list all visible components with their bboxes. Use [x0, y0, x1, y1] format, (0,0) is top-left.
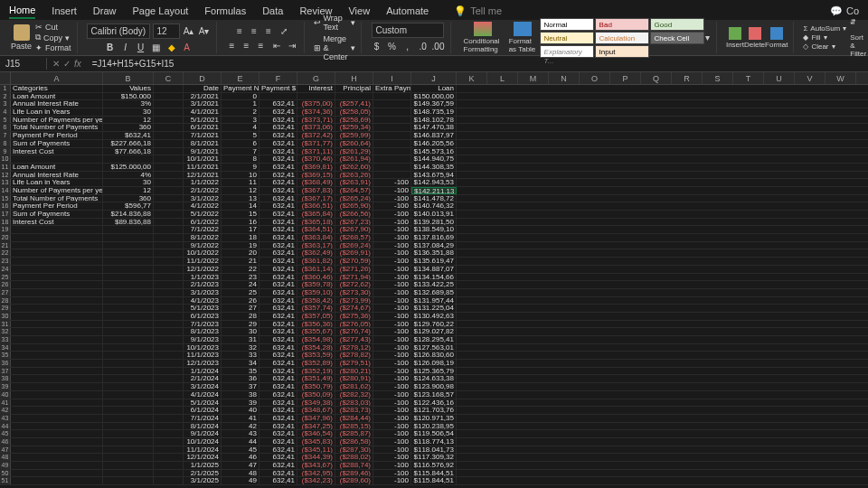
cell[interactable]: 3/1/2023	[184, 289, 222, 296]
cell[interactable]: 12/1/2022	[184, 266, 222, 273]
cell[interactable]: 9/1/2022	[184, 242, 222, 249]
cell[interactable]: 7/1/2023	[184, 321, 222, 328]
cell[interactable]: 0	[222, 93, 259, 100]
cell[interactable]: ($274,67)	[335, 305, 373, 312]
cell[interactable]: ($342,23)	[297, 477, 335, 484]
formula-input[interactable]: =J14+H15+G15+I15	[87, 58, 180, 70]
cell[interactable]: 632,41	[259, 336, 297, 343]
cell[interactable]: $150.000,00	[411, 93, 457, 100]
cell[interactable]	[154, 85, 184, 92]
cell[interactable]: -100	[373, 438, 411, 446]
cell[interactable]: 30	[103, 108, 154, 116]
cell[interactable]: ($364,51)	[297, 226, 335, 233]
align-left-icon[interactable]: ≡	[226, 40, 239, 52]
cell[interactable]	[154, 249, 184, 257]
cell[interactable]: ($267,23)	[335, 219, 373, 226]
cell[interactable]: 23	[222, 274, 259, 281]
cell[interactable]: ($281,62)	[335, 383, 373, 390]
cell[interactable]: ($261,94)	[335, 155, 373, 163]
cell[interactable]: -100	[373, 297, 411, 305]
cell[interactable]: -100	[373, 266, 411, 273]
cell[interactable]	[103, 297, 154, 305]
cell[interactable]	[154, 328, 184, 335]
cell[interactable]: 4/1/2023	[184, 297, 222, 305]
cell[interactable]: -100	[373, 344, 411, 352]
cell[interactable]: ($286,58)	[335, 438, 373, 446]
cell[interactable]: ($347,96)	[297, 415, 335, 422]
cell[interactable]: ($263,91)	[335, 179, 373, 186]
cell[interactable]: Loan	[411, 85, 457, 92]
cell[interactable]: 632,41	[259, 446, 297, 454]
cell[interactable]: ($374,36)	[297, 108, 335, 116]
cell[interactable]: 632,41	[259, 383, 297, 390]
row-header[interactable]: 6	[0, 124, 11, 131]
cell[interactable]: $149.367,59	[411, 100, 457, 108]
cell[interactable]: Payment Per Period	[11, 132, 103, 139]
row-header[interactable]: 23	[0, 258, 11, 265]
cell[interactable]	[11, 352, 103, 359]
cell[interactable]: 6/1/2021	[184, 124, 222, 131]
cell[interactable]: -100	[373, 399, 411, 407]
cell[interactable]	[154, 321, 184, 328]
cell[interactable]: $131.957,44	[411, 297, 457, 305]
cell[interactable]: -100	[373, 423, 411, 430]
cell[interactable]: ($359,10)	[297, 289, 335, 296]
cell[interactable]: 19	[222, 242, 259, 249]
row-header[interactable]: 19	[0, 226, 11, 233]
cell[interactable]: 10	[222, 172, 259, 179]
cell[interactable]	[11, 368, 103, 375]
cell[interactable]: 3/1/2025	[184, 477, 222, 484]
cell[interactable]: 30	[103, 179, 154, 186]
cell[interactable]: 5/1/2022	[184, 211, 222, 218]
cell[interactable]: 632,41	[259, 415, 297, 422]
cell[interactable]: ($373,71)	[297, 117, 335, 124]
cell[interactable]: ($283,03)	[335, 399, 373, 407]
cell[interactable]: $145.573,16	[411, 148, 457, 155]
cell[interactable]	[11, 446, 103, 454]
cell[interactable]: ($265,90)	[335, 202, 373, 210]
cell[interactable]: ($273,99)	[335, 297, 373, 305]
italic-button[interactable]: I	[119, 41, 132, 53]
cell[interactable]	[103, 305, 154, 312]
cell[interactable]: -100	[373, 249, 411, 257]
cell[interactable]: ($371,77)	[297, 140, 335, 147]
cell[interactable]: 28	[222, 313, 259, 320]
inc-decimal-icon[interactable]: .0	[417, 40, 429, 52]
cell[interactable]	[11, 415, 103, 422]
percent-icon[interactable]: %	[386, 40, 399, 52]
cell[interactable]	[11, 477, 103, 484]
format-button[interactable]: Format	[765, 27, 788, 49]
cell[interactable]: 3/1/2024	[184, 383, 222, 390]
cell[interactable]: ($273,30)	[335, 289, 373, 296]
cell[interactable]	[154, 164, 184, 171]
cell[interactable]: ($280,91)	[335, 375, 373, 382]
cell[interactable]	[103, 462, 154, 469]
cell[interactable]: 632,41	[259, 430, 297, 437]
col-header[interactable]: P	[610, 72, 641, 84]
cell[interactable]: ($346,54)	[297, 430, 335, 437]
row-header[interactable]: 36	[0, 360, 11, 367]
cell[interactable]: Interest Cost	[11, 148, 103, 155]
cell[interactable]: ($259,34)	[335, 124, 373, 131]
cell[interactable]: $143.675,94	[411, 172, 457, 179]
cell[interactable]	[154, 266, 184, 273]
cell[interactable]	[154, 297, 184, 305]
cell[interactable]: ($270,59)	[335, 258, 373, 265]
cell[interactable]: ($289,60)	[335, 477, 373, 484]
cell[interactable]: 3%	[103, 100, 154, 108]
cell[interactable]: ($266,56)	[335, 211, 373, 218]
cell[interactable]: 16	[222, 219, 259, 226]
cell[interactable]: 632,41	[259, 375, 297, 382]
cell[interactable]: $138.549,10	[411, 226, 457, 233]
cell[interactable]: 15	[222, 211, 259, 218]
cell[interactable]: ($363,17)	[297, 242, 335, 249]
row-header[interactable]: 25	[0, 274, 11, 281]
cell[interactable]: 4/1/2024	[184, 391, 222, 399]
indent-dec-icon[interactable]: ⇤	[270, 40, 283, 52]
cell[interactable]	[154, 368, 184, 375]
row-header[interactable]: 29	[0, 305, 11, 312]
cell[interactable]: -100	[373, 226, 411, 233]
cell[interactable]	[103, 242, 154, 249]
cell[interactable]: ($287,30)	[335, 446, 373, 454]
cell[interactable]	[154, 219, 184, 226]
